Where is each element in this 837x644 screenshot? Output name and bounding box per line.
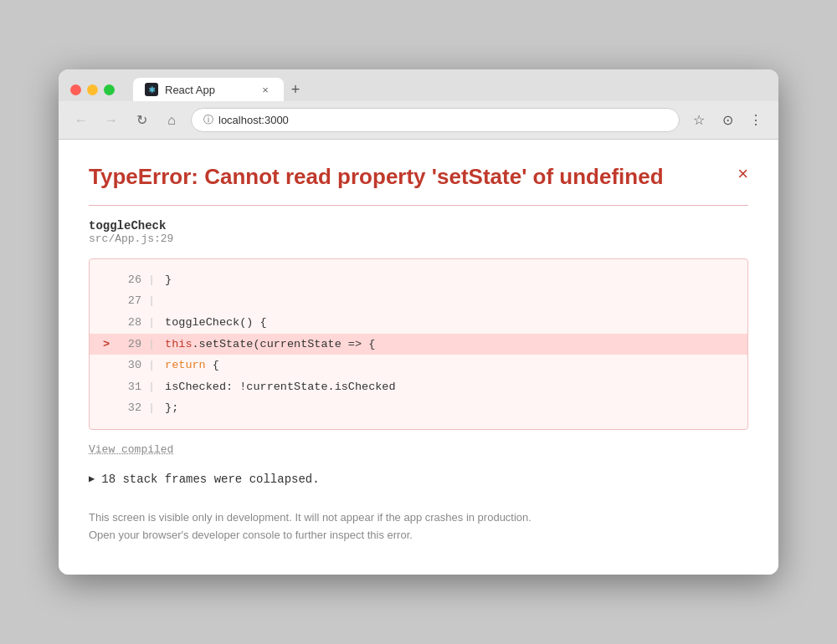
stack-arrow-icon: ▶ [89,473,95,485]
line-number: 31 [118,378,141,396]
line-code: }; [165,399,178,417]
code-line: 26|} [90,269,747,291]
reload-button[interactable]: ↻ [131,110,152,131]
stack-frames-section[interactable]: ▶ 18 stack frames were collapsed. [89,473,748,486]
line-code: toggleCheck() { [165,314,267,332]
code-line: >29|this.setState(currentState => { [90,334,747,355]
dev-note-line1: This screen is visible only in developme… [89,509,748,527]
url-text: localhost:3000 [218,114,289,126]
error-file: src/App.js:29 [89,233,748,245]
new-tab-button[interactable]: + [284,78,307,101]
security-icon: ⓘ [203,113,213,127]
line-separator: | [148,399,155,417]
line-indicator: > [103,335,115,354]
dev-note-line2: Open your browser's developer console to… [89,527,748,544]
line-code: return { [165,356,219,375]
tab-close-button[interactable]: × [259,83,272,96]
url-bar[interactable]: ⓘ localhost:3000 [191,108,680,132]
code-line: 31|isChecked: !currentState.isChecked [90,376,747,398]
line-code: this.setState(currentState => { [165,335,375,354]
title-bar-top: ⚛ React App × + [70,78,767,101]
line-code: isChecked: !currentState.isChecked [165,378,395,396]
tab-favicon: ⚛ [145,83,158,96]
line-number: 29 [118,335,141,354]
traffic-lights [70,84,115,95]
code-line: 27| [90,290,747,312]
error-location: toggleCheck src/App.js:29 [89,219,748,245]
page-content: TypeError: Cannot read property 'setStat… [59,140,778,575]
bookmark-button[interactable]: ☆ [688,110,710,131]
line-separator: | [148,314,155,332]
line-number: 28 [118,314,141,332]
stack-frames-label: 18 stack frames were collapsed. [101,473,319,486]
browser-tab[interactable]: ⚛ React App × [133,78,284,101]
line-code: } [165,271,172,289]
line-separator: | [148,335,155,354]
line-number: 27 [118,292,141,310]
code-line: 28|toggleCheck() { [90,312,747,334]
minimize-traffic-light[interactable] [87,84,98,95]
error-header: TypeError: Cannot read property 'setStat… [89,163,748,206]
line-number: 32 [118,399,141,417]
code-block: 26|} 27| 28|toggleCheck() {>29|this.setS… [89,258,748,430]
error-function-name: toggleCheck [89,219,748,233]
maximize-traffic-light[interactable] [104,84,115,95]
dev-note: This screen is visible only in developme… [89,509,748,544]
tab-bar: ⚛ React App × + [133,78,307,101]
home-button[interactable]: ⌂ [161,110,182,131]
close-traffic-light[interactable] [70,84,81,95]
browser-window: ⚛ React App × + ← → ↻ ⌂ ⓘ localhost:3000… [59,69,778,575]
line-separator: | [148,378,155,396]
error-close-button[interactable]: × [737,163,748,185]
line-number: 26 [118,271,141,289]
view-compiled-link[interactable]: View compiled [89,443,748,456]
back-button[interactable]: ← [70,110,92,131]
line-number: 30 [118,356,141,375]
title-bar: ⚛ React App × + [59,69,778,101]
line-separator: | [148,292,155,310]
line-separator: | [148,356,155,375]
tab-title: React App [165,84,215,96]
forward-button[interactable]: → [100,110,122,131]
menu-button[interactable]: ⋮ [745,110,767,131]
line-separator: | [148,271,155,289]
code-line: 32|}; [90,397,747,419]
address-bar: ← → ↻ ⌂ ⓘ localhost:3000 ☆ ⊙ ⋮ [59,101,778,140]
code-line: 30|return { [90,355,747,376]
error-title: TypeError: Cannot read property 'setStat… [89,163,664,192]
address-right-actions: ☆ ⊙ ⋮ [688,110,767,131]
cast-button[interactable]: ⊙ [716,110,738,131]
